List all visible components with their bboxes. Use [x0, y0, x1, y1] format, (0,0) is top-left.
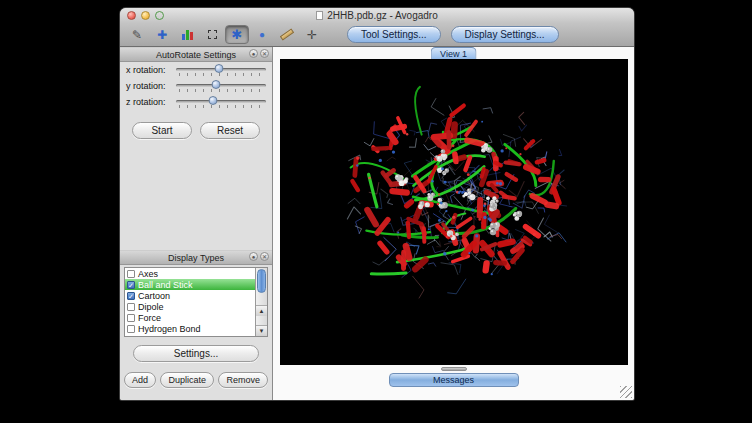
x-rotation-row: x rotation: — [120, 62, 272, 78]
3d-viewport[interactable] — [280, 59, 628, 365]
x-rotation-label: x rotation: — [126, 65, 176, 75]
reset-button[interactable]: Reset — [200, 122, 260, 139]
settings-buttons: Tool Settings... Display Settings... — [347, 26, 559, 43]
slider-thumb[interactable] — [215, 64, 224, 73]
checkbox[interactable]: ✓ — [127, 292, 135, 300]
checkbox[interactable] — [127, 314, 135, 322]
slider-thumb[interactable] — [208, 96, 217, 105]
close-panel-icon[interactable]: ✕ — [260, 252, 269, 261]
manipulate-tool-button[interactable] — [175, 25, 199, 44]
align-tool-button[interactable]: ✛ — [300, 25, 324, 44]
list-item-label: Hydrogen Bond — [138, 324, 201, 334]
slider-track[interactable] — [176, 84, 266, 87]
checkbox[interactable] — [127, 325, 135, 333]
list-item-ball-and-stick[interactable]: ✓ Ball and Stick — [125, 279, 256, 290]
window-title: 2HHB.pdb.gz - Avogadro — [316, 10, 437, 21]
list-item-label: Cartoon — [138, 291, 170, 301]
zoom-button[interactable] — [155, 11, 164, 20]
y-rotation-label: y rotation: — [126, 81, 176, 91]
x-rotation-slider[interactable] — [176, 63, 266, 77]
scrollbar-thumb[interactable] — [257, 269, 266, 293]
slider-track[interactable] — [176, 100, 266, 103]
scroll-up-icon[interactable]: ▲ — [256, 305, 267, 316]
close-panel-icon[interactable]: ✕ — [260, 49, 269, 58]
autorotate-panel: AutoRotate Settings ● ✕ x rotation: y — [120, 47, 272, 139]
list-item-axes[interactable]: Axes — [125, 268, 256, 279]
pencil-icon: ✎ — [132, 29, 142, 41]
checkbox[interactable] — [127, 270, 135, 278]
sidebar: AutoRotate Settings ● ✕ x rotation: y — [120, 47, 273, 400]
duplicate-button[interactable]: Duplicate — [160, 372, 214, 388]
display-types-rows: Axes ✓ Ball and Stick ✓ Cartoon Dipol — [125, 268, 256, 337]
ruler-icon — [280, 28, 294, 40]
slider-ticks — [179, 89, 263, 92]
display-types-list: Axes ✓ Ball and Stick ✓ Cartoon Dipol — [124, 267, 268, 337]
autorotate-panel-header[interactable]: AutoRotate Settings ● ✕ — [120, 47, 272, 62]
auto-rotate-icon: ✱ — [232, 28, 243, 41]
draw-tool-button[interactable]: ✎ — [125, 25, 149, 44]
checkbox[interactable] — [127, 336, 135, 338]
slider-ticks — [179, 73, 263, 76]
add-button[interactable]: Add — [124, 372, 156, 388]
z-rotation-row: z rotation: — [120, 94, 272, 110]
list-item-label: Dipole — [138, 302, 164, 312]
selection-rectangle-icon — [208, 30, 217, 39]
float-panel-icon[interactable]: ● — [249, 49, 258, 58]
z-rotation-slider[interactable] — [176, 95, 266, 109]
float-panel-icon[interactable]: ● — [249, 252, 258, 261]
checkbox[interactable]: ✓ — [127, 281, 135, 289]
navigate-tool-button[interactable]: ✚ — [150, 25, 174, 44]
list-item-cartoon[interactable]: ✓ Cartoon — [125, 290, 256, 301]
display-types-panel-header[interactable]: Display Types ● ✕ — [120, 250, 272, 265]
manipulate-icon — [182, 29, 193, 40]
y-rotation-row: y rotation: — [120, 78, 272, 94]
main-view: View 1 Messages — [273, 47, 634, 400]
auto-optimize-tool-button[interactable]: ● — [250, 25, 274, 44]
navigate-cross-icon: ✚ — [157, 29, 167, 41]
list-item-dipole[interactable]: Dipole — [125, 301, 256, 312]
minimize-button[interactable] — [141, 11, 150, 20]
checkbox[interactable] — [127, 303, 135, 311]
display-settings-panel-button[interactable]: Settings... — [133, 345, 259, 362]
autorotate-panel-title: AutoRotate Settings — [156, 50, 236, 60]
align-axes-icon: ✛ — [307, 29, 317, 41]
list-item-label: Label — [138, 335, 160, 338]
window-title-text: 2HHB.pdb.gz - Avogadro — [327, 10, 437, 21]
auto-rotate-tool-button[interactable]: ✱ — [225, 25, 249, 44]
select-tool-button[interactable] — [200, 25, 224, 44]
list-item-hydrogen-bond[interactable]: Hydrogen Bond — [125, 323, 256, 334]
display-types-panel: Display Types ● ✕ Axes ✓ Ball — [120, 250, 272, 388]
slider-ticks — [179, 105, 263, 108]
content-area: AutoRotate Settings ● ✕ x rotation: y — [120, 47, 634, 400]
display-types-panel-title: Display Types — [168, 253, 224, 263]
panel-header-icons: ● ✕ — [249, 49, 269, 58]
splitter-grip[interactable] — [441, 367, 467, 371]
list-scrollbar[interactable]: ▲ ▼ — [255, 268, 267, 336]
slider-thumb[interactable] — [211, 80, 220, 89]
document-icon — [316, 11, 323, 20]
window-controls — [127, 11, 164, 20]
z-rotation-label: z rotation: — [126, 97, 176, 107]
list-item-label: Axes — [138, 269, 158, 279]
measure-tool-button[interactable] — [275, 25, 299, 44]
start-button[interactable]: Start — [132, 122, 192, 139]
list-item-force[interactable]: Force — [125, 312, 256, 323]
display-settings-button[interactable]: Display Settings... — [451, 26, 559, 43]
title-bar[interactable]: 2HHB.pdb.gz - Avogadro — [120, 8, 634, 23]
messages-button[interactable]: Messages — [389, 373, 519, 387]
close-button[interactable] — [127, 11, 136, 20]
toolbar: ✎ ✚ ✱ ● ✛ Tool Settings... Display Setti… — [120, 23, 634, 47]
scroll-down-icon[interactable]: ▼ — [256, 325, 267, 336]
remove-button[interactable]: Remove — [218, 372, 268, 388]
list-item-label: Ball and Stick — [138, 280, 193, 290]
list-item-label: Force — [138, 313, 161, 323]
display-type-actions: Add Duplicate Remove — [124, 372, 268, 388]
avogadro-window: 2HHB.pdb.gz - Avogadro ✎ ✚ ✱ ● ✛ Tool Se… — [120, 8, 634, 400]
autorotate-buttons: Start Reset — [120, 122, 272, 139]
molecule-canvas[interactable] — [280, 59, 628, 365]
y-rotation-slider[interactable] — [176, 79, 266, 93]
resize-grip-icon[interactable] — [620, 386, 632, 398]
tool-settings-button[interactable]: Tool Settings... — [347, 26, 441, 43]
list-item-label-type[interactable]: Label — [125, 334, 256, 337]
panel-header-icons: ● ✕ — [249, 252, 269, 261]
